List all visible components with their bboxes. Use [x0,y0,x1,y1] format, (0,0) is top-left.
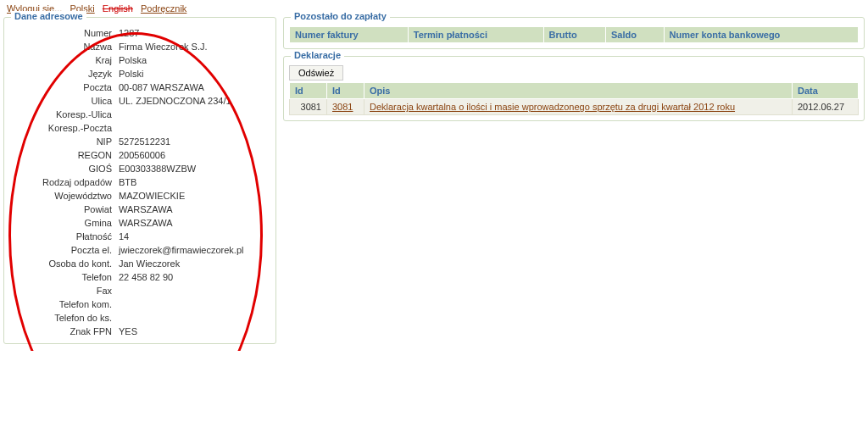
decl-date: 2012.06.27 [793,99,859,115]
address-value: WARSZAWA [115,216,270,230]
address-row: GIOŚE00303388WZBW [9,162,270,175]
address-row: Koresp.-Poczta [9,121,270,135]
address-row: UlicaUL. ZJEDNOCZONA 234/1 [9,94,270,108]
address-value: Polski [115,67,270,81]
address-label: Poczta [9,81,115,94]
decl-header-id2: Id [327,83,364,99]
address-label: Ulica [9,94,115,108]
decl-header-id1: Id [290,83,327,99]
address-row: Osoba do kont.Jan Wieczorek [9,257,270,270]
address-panel: Dane adresowe Numer1287NazwaFirma Wieczo… [3,17,276,344]
address-value: Polska [115,53,270,67]
address-row: KrajPolska [9,53,270,67]
address-value [115,297,270,311]
address-row: Numer1287 [9,26,270,40]
address-value: YES [115,325,270,338]
payments-header: Numer konta bankowego [664,27,858,43]
address-label: NIP [9,135,115,148]
address-row: GminaWARSZAWA [9,216,270,230]
address-label: Województwo [9,189,115,203]
decl-desc-link[interactable]: Deklaracja kwartalna o ilości i masie wp… [370,102,735,112]
address-label: Koresp.-Ulica [9,108,115,121]
address-label: Koresp.-Poczta [9,121,115,135]
address-row: REGON200560006 [9,148,270,162]
address-value: Firma Wieczorek S.J. [115,40,270,53]
address-value: WARSZAWA [115,203,270,216]
address-row: Telefon kom. [9,297,270,311]
address-label: Kraj [9,53,115,67]
address-label: GIOŚ [9,162,115,175]
declarations-toolbar: Odśwież [289,65,859,81]
address-value: 14 [115,230,270,243]
address-row: Płatność14 [9,230,270,243]
declarations-table: Id Id Opis Data 30813081Deklaracja kwart… [289,82,859,115]
refresh-button[interactable]: Odśwież [289,65,343,81]
payments-header: Termin płatności [408,27,543,43]
address-row: Fax [9,284,270,297]
lang-english-link[interactable]: English [103,3,133,14]
decl-id1: 3081 [290,99,327,115]
address-value: E00303388WZBW [115,162,270,175]
address-row: JęzykPolski [9,67,270,81]
address-label: Numer [9,26,115,40]
address-label: Poczta el. [9,243,115,257]
declarations-panel-title: Deklaracje [291,50,344,60]
address-value [115,311,270,325]
payments-header: Brutto [543,27,605,43]
address-value: MAZOWIECKIE [115,189,270,203]
address-row: NIP5272512231 [9,135,270,148]
address-label: Telefon do ks. [9,311,115,325]
manual-link[interactable]: Podręcznik [141,3,186,14]
address-row: Rodzaj odpadówBTB [9,175,270,189]
address-row: Koresp.-Ulica [9,108,270,121]
decl-desc-cell: Deklaracja kwartalna o ilości i masie wp… [364,99,793,115]
address-row: Telefon22 458 82 90 [9,270,270,284]
address-value: jwieczorek@firmawieczorek.pl [115,243,270,257]
top-bar: Wyloguj się... Polski English Podręcznik [0,0,868,17]
address-label: REGON [9,148,115,162]
address-value [115,284,270,297]
address-label: Osoba do kont. [9,257,115,270]
address-label: Telefon kom. [9,297,115,311]
address-value [115,108,270,121]
decl-header-date: Data [793,83,859,99]
address-row: NazwaFirma Wieczorek S.J. [9,40,270,53]
table-row: 30813081Deklaracja kwartalna o ilości i … [290,99,859,115]
address-panel-title: Dane adresowe [11,11,86,21]
payments-panel-title: Pozostało do zapłaty [291,11,390,21]
address-table: Numer1287NazwaFirma Wieczorek S.J.KrajPo… [9,26,270,338]
address-label: Znak FPN [9,325,115,338]
payments-panel: Pozostało do zapłaty Numer fakturyTermin… [283,17,865,49]
decl-id2-cell: 3081 [327,99,364,115]
payments-header: Saldo [606,27,665,43]
address-row: PowiatWARSZAWA [9,203,270,216]
address-value: 200560006 [115,148,270,162]
address-row: WojewództwoMAZOWIECKIE [9,189,270,203]
address-value: BTB [115,175,270,189]
address-row: Poczta00-087 WARSZAWA [9,81,270,94]
address-value: UL. ZJEDNOCZONA 234/1 [115,94,270,108]
declarations-panel: Deklaracje Odśwież Id Id Opis Data 30813… [283,56,865,121]
payments-table: Numer fakturyTermin płatnościBruttoSaldo… [289,26,859,43]
address-value: 1287 [115,26,270,40]
address-label: Powiat [9,203,115,216]
address-value: 5272512231 [115,135,270,148]
address-row: Znak FPNYES [9,325,270,338]
payments-header: Numer faktury [290,27,409,43]
decl-id-link[interactable]: 3081 [332,102,353,112]
address-label: Telefon [9,270,115,284]
address-label: Fax [9,284,115,297]
address-label: Nazwa [9,40,115,53]
address-label: Język [9,67,115,81]
address-label: Gmina [9,216,115,230]
address-row: Telefon do ks. [9,311,270,325]
address-label: Płatność [9,230,115,243]
address-value: Jan Wieczorek [115,257,270,270]
address-value: 22 458 82 90 [115,270,270,284]
address-row: Poczta el.jwieczorek@firmawieczorek.pl [9,243,270,257]
address-label: Rodzaj odpadów [9,175,115,189]
decl-header-desc: Opis [364,83,793,99]
address-value: 00-087 WARSZAWA [115,81,270,94]
address-value [115,121,270,135]
